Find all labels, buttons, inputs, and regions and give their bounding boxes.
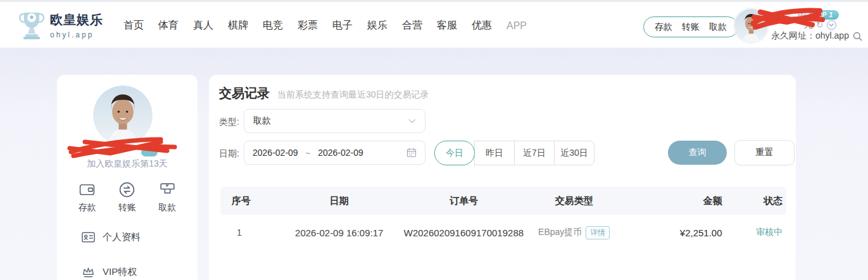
nav-item-slots[interactable]: 电子	[332, 19, 367, 32]
date-from-value: 2026-02-09	[253, 148, 298, 158]
detail-link[interactable]: 详情	[586, 226, 610, 239]
page-subtitle: 当前系统支持查询最近30日的交易记录	[277, 89, 429, 101]
query-button[interactable]: 查询	[668, 141, 727, 165]
nav-item-support[interactable]: 客服	[437, 19, 472, 32]
row-status: 审核中	[730, 227, 786, 238]
nav-item-esports[interactable]: 电竞	[263, 19, 298, 32]
nav-item-live[interactable]: 真人	[193, 19, 228, 32]
join-days-text: 加入欧皇娱乐第13天	[57, 158, 198, 170]
sidebar-item-profile[interactable]: 个人资料	[81, 230, 141, 245]
chevron-down-icon	[408, 118, 416, 124]
transfer-link[interactable]: 转账	[682, 22, 700, 33]
row-type: EBpay提币详情	[526, 226, 622, 239]
permanent-url-row: 永久网址：ohyl.app	[771, 30, 862, 42]
trophy-icon	[19, 10, 44, 40]
balance-unit: 元	[804, 19, 813, 30]
nav-item-home[interactable]: 首页	[123, 19, 158, 32]
deposit-link[interactable]: 存款	[655, 22, 672, 33]
panel-header: 交易记录 当前系统支持查询最近30日的交易记录	[219, 85, 429, 102]
range-today-button[interactable]: 今日	[434, 141, 475, 165]
crown-icon	[796, 11, 807, 19]
date-separator: ~	[306, 148, 311, 158]
table-header: 序号 日期 订单号 交易类型 金额 状态	[220, 187, 786, 215]
sidebar-item-vip[interactable]: VIP特权	[81, 265, 137, 279]
nav-item-sports[interactable]: 体育	[158, 19, 193, 32]
col-amount: 金额	[622, 195, 730, 207]
type-filter-label: 类型:	[219, 117, 239, 128]
date-range-input[interactable]: 2026-02-09 ~ 2026-02-09	[244, 141, 425, 165]
range-7days-button[interactable]: 近7日	[514, 141, 555, 165]
transactions-panel: 交易记录 当前系统支持查询最近30日的交易记录 类型: 取款 日期: 2026-…	[209, 75, 796, 280]
nav-item-entertainment[interactable]: 娱乐	[367, 19, 402, 32]
refresh-icon[interactable]: ↻	[816, 20, 823, 30]
avatar[interactable]	[93, 86, 153, 145]
range-30days-button[interactable]: 近30日	[554, 141, 594, 165]
quick-actions-pill: 存款 转账 取款	[643, 16, 738, 37]
date-filter-label: 日期:	[219, 148, 239, 160]
chevron-down-icon[interactable]	[827, 20, 836, 30]
type-select[interactable]: 取款	[244, 109, 425, 133]
nav-item-app[interactable]: APP	[506, 20, 541, 32]
permanent-url: 永久网址：ohyl.app	[771, 30, 849, 42]
main-nav: 首页 体育 真人 棋牌 电竞 彩票 电子 娱乐 合营 客服 优惠 APP	[123, 2, 541, 49]
calendar-icon	[406, 148, 417, 158]
brand-name: 欧皇娱乐	[50, 11, 103, 29]
page-title: 交易记录	[219, 85, 270, 102]
page-background: 加入欧皇娱乐第13天 存款	[0, 48, 868, 280]
row-amount: ¥2,251.00	[622, 227, 730, 238]
nav-item-lottery[interactable]: 彩票	[298, 19, 332, 32]
redacted-badge	[141, 148, 158, 156]
col-date: 日期	[277, 195, 401, 207]
vip-level-badge[interactable]: VIP 1	[809, 10, 839, 20]
withdraw-icon	[159, 181, 176, 198]
col-status: 状态	[730, 195, 786, 207]
id-card-icon	[81, 230, 96, 245]
balance-row: 元 ↻	[804, 19, 836, 30]
row-order-no: W202602091609170019288	[401, 227, 526, 238]
transactions-table: 序号 日期 订单号 交易类型 金额 状态 1 2026-02-09 16:09:…	[220, 187, 786, 250]
brand-domain: ohyl.app	[50, 30, 103, 39]
quick-range-group: 今日 昨日 近7日 近30日	[434, 141, 594, 165]
transfer-icon	[118, 181, 135, 198]
nav-item-partnership[interactable]: 合营	[402, 19, 437, 32]
wallet-icon	[79, 181, 96, 198]
avatar[interactable]	[734, 9, 768, 42]
top-navbar: 欧皇娱乐 ohyl.app 首页 体育 真人 棋牌 电竞 彩票 电子 娱乐 合营…	[0, 0, 868, 48]
vip-badge-row: VIP 1	[796, 10, 839, 20]
sidebar-deposit-button[interactable]: 存款	[79, 181, 96, 213]
sidebar-transfer-button[interactable]: 转账	[118, 181, 136, 213]
col-order-no: 订单号	[401, 195, 526, 207]
reset-button[interactable]: 重置	[734, 140, 795, 165]
col-type: 交易类型	[526, 195, 622, 207]
sidebar-withdraw-button[interactable]: 取款	[158, 181, 176, 213]
search-icon[interactable]	[853, 32, 862, 41]
row-date: 2026-02-09 16:09:17	[277, 227, 401, 238]
row-index: 1	[220, 227, 277, 238]
table-row: 1 2026-02-09 16:09:17 W20260209160917001…	[220, 215, 786, 250]
brand-logo[interactable]: 欧皇娱乐 ohyl.app	[19, 10, 103, 40]
range-yesterday-button[interactable]: 昨日	[474, 141, 515, 165]
col-index: 序号	[220, 195, 277, 207]
crown-icon	[81, 265, 96, 279]
nav-item-promos[interactable]: 优惠	[472, 19, 506, 32]
type-select-value: 取款	[253, 115, 408, 127]
profile-sidebar: 加入欧皇娱乐第13天 存款	[57, 75, 198, 280]
withdraw-link[interactable]: 取款	[709, 22, 727, 33]
nav-item-chess[interactable]: 棋牌	[228, 19, 263, 32]
wallet-actions: 存款 转账	[57, 181, 198, 213]
date-to-value: 2026-02-09	[318, 148, 363, 158]
